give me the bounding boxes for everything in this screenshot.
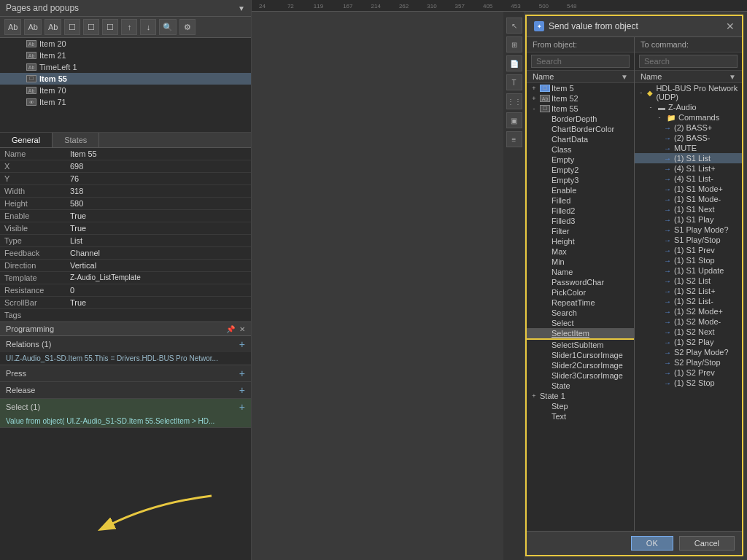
cmd-s1-next[interactable]: → (1) S1 Next bbox=[635, 204, 742, 214]
toolbar-btn-settings[interactable]: ⚙ bbox=[179, 19, 196, 35]
from-prop-select[interactable]: Select bbox=[527, 318, 634, 328]
from-item-state1[interactable]: + State 1 bbox=[527, 391, 634, 401]
toolbar-btn-ab1[interactable]: Ab bbox=[4, 19, 21, 35]
cmd-s2-next[interactable]: → (1) S2 Next bbox=[635, 327, 742, 337]
from-search-input[interactable] bbox=[531, 55, 630, 68]
from-prop-filled[interactable]: Filled bbox=[527, 195, 634, 206]
prog-pin-icon[interactable]: 📌 bbox=[226, 325, 235, 333]
from-item-5[interactable]: + ☐ Item 5 bbox=[527, 83, 634, 93]
strip-text-icon[interactable]: T bbox=[506, 74, 522, 90]
select-add-button[interactable]: + bbox=[239, 401, 245, 413]
cmd-s2-stop[interactable]: → (1) S2 Stop bbox=[635, 378, 742, 388]
from-prop-text[interactable]: Text bbox=[527, 411, 634, 421]
cmd-s1-mode-plus[interactable]: → (1) S1 Mode+ bbox=[635, 184, 742, 194]
from-prop-selectsubitem[interactable]: SelectSubItem bbox=[527, 340, 634, 350]
page-item-item55[interactable]: ☐ Item 55 bbox=[0, 73, 251, 85]
select-section-header[interactable]: Select (1) + bbox=[0, 399, 251, 415]
to-commands[interactable]: - 📁 Commands bbox=[635, 112, 742, 122]
press-add-button[interactable]: + bbox=[239, 368, 245, 379]
cmd-s1-play[interactable]: → (1) S1 Play bbox=[635, 214, 742, 225]
page-item-item20[interactable]: Ab Item 20 bbox=[0, 38, 251, 50]
cmd-s2-play-mode[interactable]: → S2 Play Mode? bbox=[635, 347, 742, 357]
cmd-s1-update[interactable]: → (1) S1 Update bbox=[635, 265, 742, 276]
release-add-button[interactable]: + bbox=[239, 384, 245, 396]
cmd-s1-list-plus[interactable]: → (4) S1 List+ bbox=[635, 163, 742, 174]
pages-header-expand-icon[interactable]: ▼ bbox=[238, 4, 245, 12]
cmd-s2-mode-plus[interactable]: → (1) S2 Mode+ bbox=[635, 306, 742, 316]
from-tree[interactable]: + ☐ Item 5 + Ab Item 52 - ☐ Item 55 bbox=[527, 83, 634, 531]
press-section-header[interactable]: Press + bbox=[0, 365, 251, 381]
strip-grid-icon[interactable]: ⊞ bbox=[506, 36, 522, 52]
cmd-s2-play-stop[interactable]: → S2 Play/Stop bbox=[635, 357, 742, 368]
cmd-bass-minus[interactable]: → (2) BASS- bbox=[635, 133, 742, 143]
cmd-s1-mode-minus[interactable]: → (1) S1 Mode- bbox=[635, 194, 742, 204]
from-prop-slider2cursorimage[interactable]: Slider2CursorImage bbox=[527, 360, 634, 370]
from-prop-empty2[interactable]: Empty2 bbox=[527, 165, 634, 175]
from-prop-filled2[interactable]: Filled2 bbox=[527, 206, 634, 216]
from-prop-name[interactable]: Name bbox=[527, 267, 634, 277]
to-tree[interactable]: - ◆ HDL-BUS Pro Network (UDP) - ▬ Z-Audi… bbox=[635, 83, 742, 531]
page-item-item70[interactable]: Ab Item 70 bbox=[0, 85, 251, 96]
tab-general[interactable]: General bbox=[0, 133, 53, 147]
cmd-s2-prev[interactable]: → (1) S2 Prev bbox=[635, 368, 742, 378]
from-item-52[interactable]: + Ab Item 52 bbox=[527, 93, 634, 104]
from-prop-chartdata[interactable]: ChartData bbox=[527, 134, 634, 144]
to-network[interactable]: - ◆ HDL-BUS Pro Network (UDP) bbox=[635, 83, 742, 102]
from-prop-empty[interactable]: Empty bbox=[527, 155, 634, 165]
toolbar-btn-ab3[interactable]: Ab bbox=[44, 19, 61, 35]
prog-close-icon[interactable]: ✕ bbox=[239, 325, 245, 333]
strip-arrow-icon[interactable]: ↖ bbox=[506, 18, 522, 34]
toolbar-btn-box3[interactable]: ☐ bbox=[102, 19, 118, 35]
to-zaudio[interactable]: - ▬ Z-Audio bbox=[635, 102, 742, 112]
to-sort-icon[interactable]: ▼ bbox=[729, 73, 736, 81]
from-prop-repeattime[interactable]: RepeatTime bbox=[527, 298, 634, 308]
from-prop-borderdepth[interactable]: BorderDepth bbox=[527, 114, 634, 124]
toolbar-btn-box2[interactable]: ☐ bbox=[83, 19, 99, 35]
from-prop-search[interactable]: Search bbox=[527, 308, 634, 318]
from-prop-class[interactable]: Class bbox=[527, 144, 634, 155]
from-prop-passwordchar[interactable]: PasswordChar bbox=[527, 277, 634, 287]
to-search-input[interactable] bbox=[639, 55, 738, 68]
from-prop-max[interactable]: Max bbox=[527, 246, 634, 257]
relations-add-button[interactable]: + bbox=[239, 338, 245, 350]
cmd-s2-list-plus[interactable]: → (1) S2 List+ bbox=[635, 286, 742, 296]
cmd-s1-stop[interactable]: → (1) S1 Stop bbox=[635, 255, 742, 265]
from-prop-enable[interactable]: Enable bbox=[527, 185, 634, 195]
toolbar-btn-search[interactable]: 🔍 bbox=[159, 19, 177, 35]
from-prop-pickcolor[interactable]: PickColor bbox=[527, 287, 634, 298]
ok-button[interactable]: OK bbox=[631, 536, 673, 551]
cmd-s1-prev[interactable]: → (1) S1 Prev bbox=[635, 245, 742, 255]
from-prop-empty3[interactable]: Empty3 bbox=[527, 175, 634, 185]
from-prop-chartbordercolor[interactable]: ChartBorderColor bbox=[527, 124, 634, 134]
relations-section-header[interactable]: Relations (1) + bbox=[0, 336, 251, 352]
page-item-item71[interactable]: 👁 Item 71 bbox=[0, 96, 251, 108]
from-prop-selectitem[interactable]: SelectItem bbox=[527, 328, 634, 340]
cmd-s1-play-stop[interactable]: → S1 Play/Stop bbox=[635, 235, 742, 245]
strip-lines-icon[interactable]: ≡ bbox=[506, 131, 522, 147]
from-prop-slider1cursorimage[interactable]: Slider1CursorImage bbox=[527, 350, 634, 360]
toolbar-btn-box1[interactable]: ☐ bbox=[64, 19, 80, 35]
release-section-header[interactable]: Release + bbox=[0, 382, 251, 398]
from-prop-step[interactable]: Step bbox=[527, 401, 634, 411]
page-item-item21[interactable]: Ab Item 21 bbox=[0, 50, 251, 61]
strip-box-icon[interactable]: ▣ bbox=[506, 112, 522, 128]
page-item-timeleft1[interactable]: Ab TimeLeft 1 bbox=[0, 61, 251, 73]
from-prop-min[interactable]: Min bbox=[527, 257, 634, 267]
cmd-s2-list-minus[interactable]: → (1) S2 List- bbox=[635, 296, 742, 306]
from-prop-filter[interactable]: Filter bbox=[527, 226, 634, 236]
from-item-55[interactable]: - ☐ Item 55 bbox=[527, 104, 634, 114]
cmd-s2-list[interactable]: → (1) S2 List bbox=[635, 276, 742, 286]
from-prop-state[interactable]: State bbox=[527, 381, 634, 391]
cmd-s1-list[interactable]: → (1) S1 List bbox=[635, 153, 742, 163]
from-prop-slider3cursorimage[interactable]: Slider3CursorImage bbox=[527, 370, 634, 381]
strip-dots-icon[interactable]: ⋮⋮ bbox=[506, 93, 522, 109]
dialog-close-button[interactable]: ✕ bbox=[726, 20, 735, 32]
cmd-bass-plus[interactable]: → (2) BASS+ bbox=[635, 122, 742, 133]
cmd-s2-mode-minus[interactable]: → (1) S2 Mode- bbox=[635, 316, 742, 327]
cmd-mute[interactable]: → MUTE bbox=[635, 143, 742, 153]
from-prop-filled3[interactable]: Filled3 bbox=[527, 216, 634, 226]
tab-states[interactable]: States bbox=[53, 133, 99, 147]
toolbar-btn-up[interactable]: ↑ bbox=[121, 19, 137, 35]
cmd-s2-play[interactable]: → (1) S2 Play bbox=[635, 337, 742, 347]
cmd-s1-play-mode[interactable]: → S1 Play Mode? bbox=[635, 225, 742, 235]
